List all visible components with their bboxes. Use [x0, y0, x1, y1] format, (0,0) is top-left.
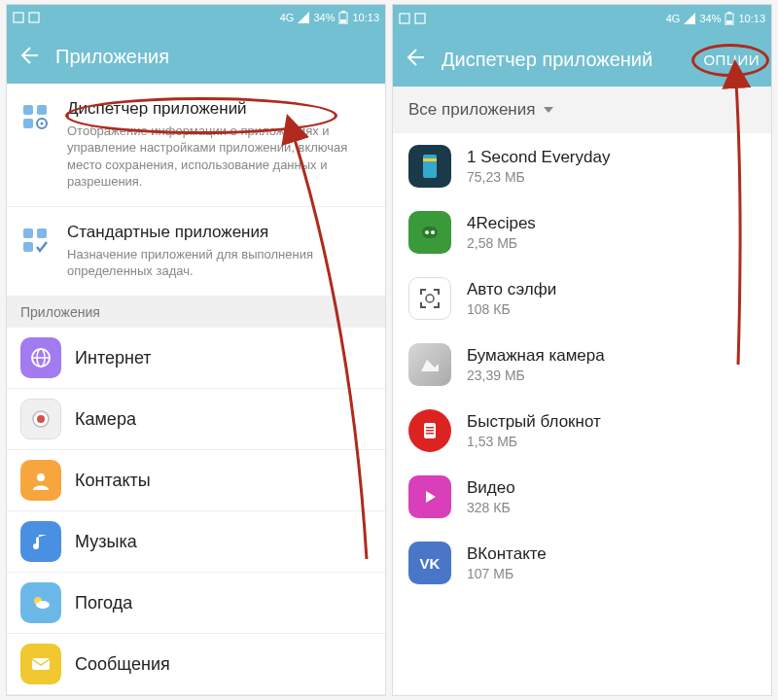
- default-apps-title: Стандартные приложения: [67, 223, 370, 242]
- network-label: 4G: [666, 13, 681, 24]
- section-header-apps: Приложения: [7, 297, 385, 328]
- app-size: 75,23 МБ: [467, 169, 610, 185]
- list-item[interactable]: Авто сэлфи 108 КБ: [393, 265, 771, 332]
- svg-rect-6: [37, 105, 47, 115]
- arrow-left-icon: [18, 46, 38, 65]
- app-size: 23,39 МБ: [467, 368, 605, 383]
- svg-rect-35: [420, 289, 422, 295]
- svg-rect-1: [29, 13, 39, 22]
- signal-icon: [298, 12, 309, 23]
- app-name: Сообщения: [75, 654, 170, 675]
- list-item[interactable]: VK ВКонтакте 107 МБ: [393, 530, 771, 596]
- appbar-right: Диспетчер приложений ОПЦИИ: [393, 32, 771, 87]
- default-apps-sub: Назначение приложений для выполнения опр…: [67, 246, 370, 280]
- app-name: Погода: [75, 593, 132, 613]
- svg-rect-25: [726, 20, 732, 24]
- app-icon-4recipes: [408, 211, 451, 254]
- clock: 10:13: [738, 13, 765, 24]
- settings-item-default-apps[interactable]: Стандартные приложения Назначение прилож…: [7, 207, 385, 297]
- battery-pct: 34%: [699, 13, 721, 24]
- app-name: Видео: [467, 478, 515, 498]
- app-name: Музыка: [75, 532, 137, 552]
- app-manager-sub: Отображение информации о приложениях и у…: [67, 122, 370, 191]
- filter-dropdown[interactable]: Все приложения: [393, 87, 771, 133]
- filter-label: Все приложения: [408, 100, 535, 120]
- svg-rect-22: [415, 14, 425, 23]
- list-item[interactable]: Видео 328 КБ: [393, 464, 771, 530]
- svg-rect-21: [400, 14, 409, 23]
- page-title: Диспетчер приложений: [442, 49, 703, 71]
- phone-right: 4G 34% 10:13 Диспетчер приложений ОПЦИИ …: [392, 4, 772, 696]
- svg-rect-43: [426, 433, 434, 435]
- svg-point-30: [431, 230, 435, 234]
- apps-grid-check-icon: [18, 223, 53, 258]
- app-icon-video: [408, 475, 451, 518]
- svg-rect-37: [420, 302, 422, 308]
- svg-point-39: [426, 295, 434, 302]
- battery-icon: [338, 11, 348, 24]
- screenshot-icon: [399, 13, 410, 24]
- app-icon-1se: [408, 145, 451, 188]
- clock: 10:13: [352, 12, 379, 23]
- svg-rect-7: [23, 119, 33, 128]
- app-size: 1,53 МБ: [467, 434, 601, 449]
- app-size: 328 КБ: [467, 500, 515, 515]
- list-item[interactable]: Быстрый блокнот 1,53 МБ: [393, 398, 771, 464]
- back-button[interactable]: [18, 46, 38, 69]
- phone-left: 4G 34% 10:13 Приложения Диспетчер прилож…: [6, 4, 386, 696]
- svg-point-29: [425, 230, 429, 234]
- music-icon: [20, 521, 61, 562]
- weather-icon: [20, 582, 61, 623]
- network-label: 4G: [280, 12, 295, 23]
- svg-point-17: [37, 473, 45, 481]
- app-manager-title: Диспетчер приложений: [67, 99, 370, 119]
- list-item[interactable]: Контакты: [7, 450, 385, 511]
- screenshot2-icon: [414, 13, 426, 24]
- contacts-icon: [20, 460, 61, 501]
- app-name: Быстрый блокнот: [467, 412, 601, 432]
- svg-rect-5: [23, 105, 33, 115]
- app-icon-notepad: [408, 409, 451, 452]
- app-name: ВКонтакте: [467, 544, 547, 564]
- svg-rect-36: [438, 289, 440, 295]
- appbar-left: Приложения: [7, 31, 385, 84]
- page-title: Приложения: [55, 46, 373, 68]
- battery-icon: [725, 12, 734, 25]
- options-button[interactable]: ОПЦИИ: [703, 52, 760, 68]
- app-size: 107 МБ: [467, 566, 547, 581]
- list-item[interactable]: Музыка: [7, 511, 385, 573]
- app-size: 108 КБ: [467, 301, 556, 317]
- app-name: 1 Second Everyday: [467, 148, 610, 167]
- app-icon-papercamera: [408, 343, 451, 386]
- screenshot2-icon: [28, 12, 40, 23]
- status-bar: 4G 34% 10:13: [7, 5, 385, 31]
- svg-rect-4: [340, 19, 346, 23]
- svg-point-9: [41, 122, 44, 124]
- svg-rect-11: [37, 228, 47, 238]
- list-item[interactable]: Интернет: [7, 328, 385, 389]
- list-item[interactable]: 4Recipes 2,58 МБ: [393, 199, 771, 265]
- list-item[interactable]: Погода: [7, 573, 385, 634]
- list-item[interactable]: Бумажная камера 23,39 МБ: [393, 332, 771, 398]
- signal-icon: [684, 13, 695, 24]
- svg-rect-28: [422, 227, 438, 238]
- app-name: Бумажная камера: [467, 346, 605, 366]
- svg-rect-10: [23, 228, 33, 238]
- svg-rect-41: [426, 427, 434, 429]
- list-item[interactable]: 1 Second Everyday 75,23 МБ: [393, 133, 771, 199]
- list-item[interactable]: Сообщения: [7, 634, 385, 695]
- app-name: Контакты: [75, 471, 151, 491]
- settings-item-app-manager[interactable]: Диспетчер приложений Отображение информа…: [7, 84, 385, 207]
- svg-rect-38: [438, 302, 440, 308]
- apps-grid-gear-icon: [18, 99, 53, 134]
- app-name: Камера: [75, 409, 136, 430]
- app-name: Авто сэлфи: [467, 280, 556, 299]
- app-name: 4Recipes: [467, 214, 536, 233]
- app-name: Интернет: [75, 348, 152, 368]
- screenshot-icon: [13, 12, 24, 23]
- back-button[interactable]: [405, 48, 424, 71]
- svg-rect-0: [14, 13, 23, 22]
- internet-icon: [20, 337, 61, 378]
- list-item[interactable]: Камера: [7, 389, 385, 450]
- status-bar: 4G 34% 10:13: [393, 5, 771, 32]
